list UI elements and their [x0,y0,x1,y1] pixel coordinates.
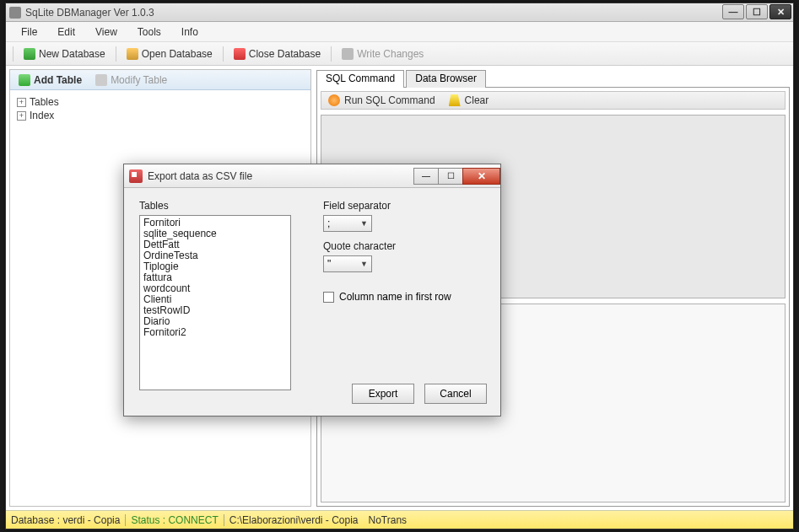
combo-value: " [327,258,331,270]
tb-label: New Database [39,48,105,60]
dialog-titlebar[interactable]: Export data as CSV file — ☐ ✕ [124,164,500,188]
sql-tb-label: Clear [465,94,489,106]
add-table-button[interactable]: Add Table [13,73,87,88]
export-csv-dialog: Export data as CSV file — ☐ ✕ Tables For… [123,164,501,416]
menu-edit[interactable]: Edit [47,24,85,40]
menu-file[interactable]: File [11,24,47,40]
app-icon [9,7,21,19]
clear-icon [449,94,461,106]
sql-tb-label: Run SQL Command [344,94,435,106]
database-open-icon [127,48,138,60]
chevron-down-icon: ▼ [360,260,368,268]
dialog-title: Export data as CSV file [148,170,414,182]
maximize-button[interactable]: ☐ [746,4,768,19]
window-title: SqLite DBManager Ver 1.0.3 [25,7,790,19]
database-close-icon [234,48,246,60]
titlebar: SqLite DBManager Ver 1.0.3 — ☐ ✕ [6,3,793,22]
status-connection: Status : CONNECT [131,514,218,526]
dialog-minimize-button[interactable]: — [413,168,439,185]
modify-table-button[interactable]: Modify Table [90,73,172,88]
sql-toolbar: Run SQL Command Clear [321,91,786,110]
modify-table-icon [95,74,107,86]
column-name-label: Column name in first row [339,291,451,303]
database-new-icon [24,48,35,60]
tab-data-browser[interactable]: Data Browser [406,70,486,88]
tables-listbox[interactable]: Fornitorisqlite_sequenceDettFattOrdineTe… [139,215,291,390]
tab-row: SQL Command Data Browser [316,69,790,87]
statusbar: Database : verdi - Copia Status : CONNEC… [6,510,793,529]
menu-info[interactable]: Info [171,24,208,40]
new-database-button[interactable]: New Database [19,46,111,62]
add-table-icon [19,74,30,86]
dialog-body: Tables Fornitorisqlite_sequenceDettFattO… [124,188,500,416]
run-sql-button[interactable]: Run SQL Command [328,94,435,106]
column-name-checkbox[interactable] [323,292,334,303]
dialog-app-icon [129,169,143,183]
tree-node-tables[interactable]: + Tables [17,95,304,109]
expand-icon[interactable]: + [17,111,26,121]
field-separator-label: Field separator [323,200,451,212]
export-button[interactable]: Export [352,384,414,404]
tree-node-index[interactable]: + Index [17,109,304,122]
field-separator-combo[interactable]: ; ▼ [323,215,372,232]
tab-sql-command[interactable]: SQL Command [316,70,404,88]
tb-label: Write Changes [357,48,424,60]
menubar: File Edit View Tools Info [6,22,793,42]
open-database-button[interactable]: Open Database [121,46,218,62]
tree-label: Index [30,110,54,121]
status-transaction: NoTrans [369,514,408,526]
dialog-maximize-button[interactable]: ☐ [438,168,463,185]
menu-view[interactable]: View [85,24,127,40]
run-icon [328,94,340,106]
quote-character-combo[interactable]: " ▼ [323,255,372,272]
chevron-down-icon: ▼ [360,219,368,228]
status-path: C:\Elaborazioni\verdi - Copia [229,514,359,526]
ptb-label: Add Table [34,74,82,86]
list-item[interactable]: Fornitori2 [143,327,287,338]
tb-label: Close Database [249,48,321,60]
status-database: Database : verdi - Copia [11,514,120,526]
combo-value: ; [327,218,330,229]
minimize-button[interactable]: — [722,4,744,19]
tree-label: Tables [30,96,59,108]
cancel-button[interactable]: Cancel [424,384,487,404]
write-icon [342,48,354,60]
close-button[interactable]: ✕ [769,4,791,19]
main-toolbar: New Database Open Database Close Databas… [6,42,793,66]
close-database-button[interactable]: Close Database [229,46,326,62]
dialog-close-button[interactable]: ✕ [462,168,500,185]
quote-character-label: Quote character [323,240,451,252]
tb-label: Open Database [142,48,213,60]
ptb-label: Modify Table [111,74,167,86]
menu-tools[interactable]: Tools [127,24,171,40]
table-toolbar: Add Table Modify Table [10,70,310,90]
clear-sql-button[interactable]: Clear [449,94,489,106]
write-changes-button[interactable]: Write Changes [337,46,429,62]
expand-icon[interactable]: + [17,98,26,107]
